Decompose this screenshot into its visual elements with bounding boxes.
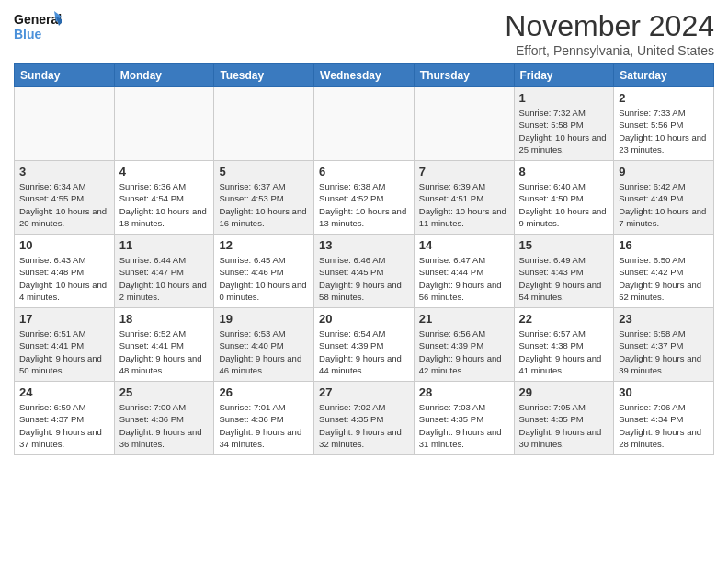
calendar-week-4: 17Sunrise: 6:51 AM Sunset: 4:41 PM Dayli… (15, 308, 714, 382)
day-info: Sunrise: 7:01 AM Sunset: 4:36 PM Dayligh… (219, 401, 309, 450)
day-number: 26 (219, 385, 309, 399)
calendar-cell: 6Sunrise: 6:38 AM Sunset: 4:52 PM Daylig… (314, 161, 415, 235)
day-number: 2 (619, 91, 709, 105)
day-info: Sunrise: 6:36 AM Sunset: 4:54 PM Dayligh… (119, 180, 210, 229)
day-number: 12 (219, 238, 309, 252)
day-info: Sunrise: 6:45 AM Sunset: 4:46 PM Dayligh… (219, 254, 309, 303)
calendar-cell: 22Sunrise: 6:57 AM Sunset: 4:38 PM Dayli… (514, 308, 614, 382)
calendar-table: Sunday Monday Tuesday Wednesday Thursday… (14, 63, 714, 455)
calendar-cell: 7Sunrise: 6:39 AM Sunset: 4:51 PM Daylig… (414, 161, 514, 235)
calendar-cell: 17Sunrise: 6:51 AM Sunset: 4:41 PM Dayli… (15, 308, 115, 382)
calendar-cell: 27Sunrise: 7:02 AM Sunset: 4:35 PM Dayli… (314, 382, 415, 455)
day-info: Sunrise: 6:54 AM Sunset: 4:39 PM Dayligh… (319, 327, 409, 376)
day-info: Sunrise: 6:38 AM Sunset: 4:52 PM Dayligh… (319, 180, 409, 229)
svg-text:General: General (14, 12, 62, 27)
day-number: 3 (19, 165, 109, 178)
day-info: Sunrise: 6:34 AM Sunset: 4:55 PM Dayligh… (19, 180, 109, 229)
day-info: Sunrise: 6:46 AM Sunset: 4:45 PM Dayligh… (319, 254, 409, 303)
calendar-week-3: 10Sunrise: 6:43 AM Sunset: 4:48 PM Dayli… (15, 235, 714, 308)
calendar-cell: 21Sunrise: 6:56 AM Sunset: 4:39 PM Dayli… (414, 308, 514, 382)
header-tuesday: Tuesday (214, 64, 314, 87)
day-info: Sunrise: 6:53 AM Sunset: 4:40 PM Dayligh… (219, 327, 309, 376)
month-title: November 2024 (505, 9, 714, 43)
calendar-cell: 14Sunrise: 6:47 AM Sunset: 4:44 PM Dayli… (414, 235, 514, 308)
day-number: 4 (119, 165, 210, 178)
day-info: Sunrise: 6:58 AM Sunset: 4:37 PM Dayligh… (619, 327, 709, 376)
day-number: 17 (19, 312, 109, 326)
calendar-cell: 24Sunrise: 6:59 AM Sunset: 4:37 PM Dayli… (15, 382, 115, 455)
day-info: Sunrise: 7:32 AM Sunset: 5:58 PM Dayligh… (519, 107, 609, 155)
day-info: Sunrise: 6:40 AM Sunset: 4:50 PM Dayligh… (519, 180, 609, 229)
calendar-cell (214, 87, 314, 161)
day-number: 18 (119, 312, 210, 326)
header-sunday: Sunday (15, 64, 115, 87)
day-number: 25 (119, 385, 210, 399)
calendar-cell: 13Sunrise: 6:46 AM Sunset: 4:45 PM Dayli… (314, 235, 415, 308)
day-number: 28 (419, 385, 509, 399)
calendar-cell: 20Sunrise: 6:54 AM Sunset: 4:39 PM Dayli… (314, 308, 415, 382)
calendar-header-row: Sunday Monday Tuesday Wednesday Thursday… (15, 64, 714, 87)
location: Effort, Pennsylvania, United States (505, 43, 714, 58)
day-number: 24 (19, 385, 109, 399)
day-info: Sunrise: 7:05 AM Sunset: 4:35 PM Dayligh… (519, 401, 609, 450)
calendar-cell: 16Sunrise: 6:50 AM Sunset: 4:42 PM Dayli… (614, 235, 714, 308)
day-info: Sunrise: 6:57 AM Sunset: 4:38 PM Dayligh… (519, 327, 609, 376)
calendar-cell: 26Sunrise: 7:01 AM Sunset: 4:36 PM Dayli… (214, 382, 314, 455)
calendar-cell: 30Sunrise: 7:06 AM Sunset: 4:34 PM Dayli… (614, 382, 714, 455)
day-info: Sunrise: 6:47 AM Sunset: 4:44 PM Dayligh… (419, 254, 509, 303)
calendar-cell (15, 87, 115, 161)
day-number: 20 (319, 312, 409, 326)
calendar-cell (414, 87, 514, 161)
calendar-cell: 29Sunrise: 7:05 AM Sunset: 4:35 PM Dayli… (514, 382, 614, 455)
day-number: 9 (619, 165, 709, 178)
logo-svg: General Blue (14, 9, 62, 48)
day-number: 23 (619, 312, 709, 326)
day-number: 27 (319, 385, 409, 399)
calendar-cell: 9Sunrise: 6:42 AM Sunset: 4:49 PM Daylig… (614, 161, 714, 235)
day-number: 16 (619, 238, 709, 252)
day-info: Sunrise: 6:51 AM Sunset: 4:41 PM Dayligh… (19, 327, 109, 376)
calendar-cell: 23Sunrise: 6:58 AM Sunset: 4:37 PM Dayli… (614, 308, 714, 382)
day-number: 22 (519, 312, 609, 326)
header-saturday: Saturday (614, 64, 714, 87)
header-monday: Monday (114, 64, 214, 87)
day-number: 1 (519, 91, 609, 105)
day-info: Sunrise: 6:39 AM Sunset: 4:51 PM Dayligh… (419, 180, 509, 229)
calendar-week-2: 3Sunrise: 6:34 AM Sunset: 4:55 PM Daylig… (15, 161, 714, 235)
calendar-cell: 15Sunrise: 6:49 AM Sunset: 4:43 PM Dayli… (514, 235, 614, 308)
header-wednesday: Wednesday (314, 64, 415, 87)
calendar-cell: 5Sunrise: 6:37 AM Sunset: 4:53 PM Daylig… (214, 161, 314, 235)
calendar-week-1: 1Sunrise: 7:32 AM Sunset: 5:58 PM Daylig… (15, 87, 714, 161)
day-info: Sunrise: 6:49 AM Sunset: 4:43 PM Dayligh… (519, 254, 609, 303)
day-number: 14 (419, 238, 509, 252)
calendar-cell: 4Sunrise: 6:36 AM Sunset: 4:54 PM Daylig… (114, 161, 214, 235)
header: General Blue November 2024 Effort, Penns… (14, 9, 714, 58)
calendar-cell: 8Sunrise: 6:40 AM Sunset: 4:50 PM Daylig… (514, 161, 614, 235)
header-friday: Friday (514, 64, 614, 87)
calendar-cell: 1Sunrise: 7:32 AM Sunset: 5:58 PM Daylig… (514, 87, 614, 161)
page-container: General Blue November 2024 Effort, Penns… (0, 0, 728, 465)
day-info: Sunrise: 7:06 AM Sunset: 4:34 PM Dayligh… (619, 401, 709, 450)
calendar-cell: 10Sunrise: 6:43 AM Sunset: 4:48 PM Dayli… (15, 235, 115, 308)
day-number: 13 (319, 238, 409, 252)
header-thursday: Thursday (414, 64, 514, 87)
calendar-cell: 12Sunrise: 6:45 AM Sunset: 4:46 PM Dayli… (214, 235, 314, 308)
day-number: 7 (419, 165, 509, 178)
svg-text:Blue: Blue (14, 27, 42, 41)
day-info: Sunrise: 7:33 AM Sunset: 5:56 PM Dayligh… (619, 107, 709, 155)
day-number: 5 (219, 165, 309, 178)
calendar-cell: 25Sunrise: 7:00 AM Sunset: 4:36 PM Dayli… (114, 382, 214, 455)
calendar-cell: 2Sunrise: 7:33 AM Sunset: 5:56 PM Daylig… (614, 87, 714, 161)
day-info: Sunrise: 6:59 AM Sunset: 4:37 PM Dayligh… (19, 401, 109, 450)
day-info: Sunrise: 6:50 AM Sunset: 4:42 PM Dayligh… (619, 254, 709, 303)
day-number: 19 (219, 312, 309, 326)
day-info: Sunrise: 6:37 AM Sunset: 4:53 PM Dayligh… (219, 180, 309, 229)
calendar-week-5: 24Sunrise: 6:59 AM Sunset: 4:37 PM Dayli… (15, 382, 714, 455)
day-info: Sunrise: 7:00 AM Sunset: 4:36 PM Dayligh… (119, 401, 210, 450)
day-info: Sunrise: 6:43 AM Sunset: 4:48 PM Dayligh… (19, 254, 109, 303)
day-info: Sunrise: 6:42 AM Sunset: 4:49 PM Dayligh… (619, 180, 709, 229)
day-number: 10 (19, 238, 109, 252)
day-number: 29 (519, 385, 609, 399)
day-number: 30 (619, 385, 709, 399)
day-info: Sunrise: 6:44 AM Sunset: 4:47 PM Dayligh… (119, 254, 210, 303)
